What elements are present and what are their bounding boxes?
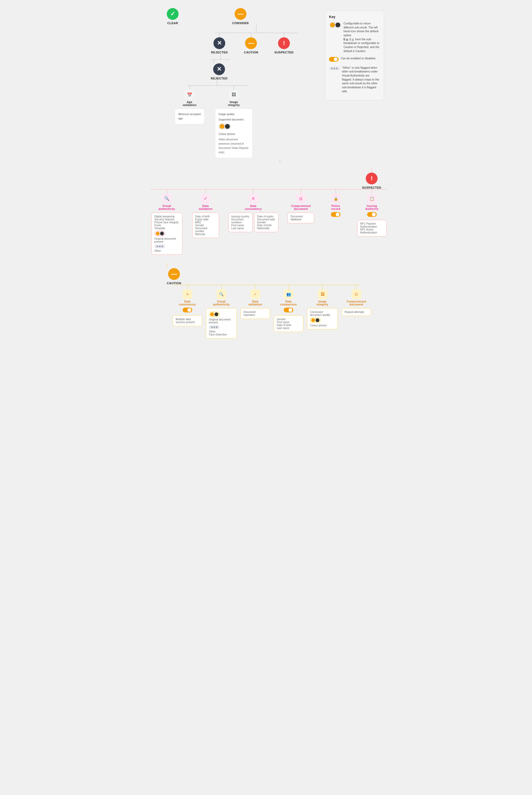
ii-item-1: Supported document (218, 117, 249, 122)
dc-4: Date of expiry (257, 215, 276, 218)
rejected1-icon: ✕ (213, 37, 225, 49)
caution-va-title: Visualauthenticity (213, 300, 230, 306)
consider-icon: — (235, 8, 246, 20)
line-to-cd (301, 189, 301, 194)
dv-3: Gender (195, 224, 216, 227)
line-to-dv (205, 189, 206, 194)
age-title: Agevalidation (183, 101, 196, 107)
caution-dc-title: Dataconsistency (179, 300, 196, 306)
line-to-suspected2 (372, 167, 372, 173)
caution-dcomp-switch (284, 308, 293, 313)
caution-cd-0: Repeat attempts (345, 310, 368, 313)
node-clear: ✓ CLEAR (167, 8, 178, 25)
line-caution-dv (255, 285, 255, 289)
line-caution-cd (356, 285, 357, 289)
ia-title: IssuingAuthority (365, 204, 379, 211)
caution-va-card: Original document present Other Face Det… (206, 308, 237, 339)
caution-ii-card: Conclusive document quality Colour pictu… (307, 308, 338, 329)
line-caution-dc (187, 285, 188, 289)
image-integrity-top-title: Imageintegrity (228, 101, 240, 107)
node-suspected2: ! SUSPECTED (362, 173, 381, 189)
dv-1: Expiry date (195, 218, 216, 221)
dc-card-2: Date of expiry Document type Gender Date… (254, 213, 278, 232)
va-icon: 🔍 (162, 194, 172, 203)
caution-va-dots (209, 325, 234, 329)
va-0: Digital tampering (154, 215, 179, 218)
dc-card-1: Issuing country Document numbers First n… (228, 213, 252, 232)
ii-toggle (218, 124, 249, 130)
line-rej2-down (217, 80, 217, 85)
caution-va-1: Other (209, 330, 234, 333)
rejected2-label: REJECTED (211, 77, 228, 80)
caution-dcomp-1: First name (277, 321, 300, 324)
dv-0: Date of birth (195, 215, 216, 218)
va-dots (154, 244, 179, 248)
caution-dv-0: Document expiration (244, 310, 267, 317)
dc-1: Document numbers (231, 218, 250, 224)
dc-2: First name (231, 224, 250, 227)
line-caution-va (221, 285, 222, 289)
suspected1-icon: ! (278, 37, 290, 49)
suspected2-label: SUSPECTED (362, 186, 381, 189)
caution2-icon: — (168, 268, 180, 280)
line-to-ia (372, 189, 372, 194)
dc-0: Issuing country (231, 215, 250, 218)
ia-1: NFC Active Authentication (360, 228, 384, 234)
caution-dcomp-3: Last name (277, 327, 300, 330)
dc-6: Gender (257, 221, 276, 224)
cd-icon: ⊡ (296, 194, 306, 203)
line-to-rejected1 (219, 33, 220, 37)
line-to-dc (253, 189, 253, 194)
cd-card: Document database (287, 213, 314, 223)
va-2: Picture face integrity (154, 221, 179, 224)
caution-va-icon: 🔍 (217, 289, 226, 299)
ia-card: NFC Passive Authentication NFC Active Au… (357, 220, 387, 236)
dot-separator (280, 161, 281, 162)
dv-icon: ✓ (201, 194, 210, 203)
va-1: Security features (154, 218, 179, 221)
node-suspected1: ! SUSPECTED (274, 37, 293, 54)
caution1-icon: — (245, 37, 257, 49)
ii-item-2: Colour picture (218, 131, 249, 137)
caution-cd-icon: ⊡ (352, 289, 361, 299)
pr-icon: 🔒 (331, 194, 341, 203)
line-to-img-integrity (234, 86, 234, 90)
diagram: ✓ CLEAR — CONSIDER ✕ REJECTED (151, 8, 387, 339)
caution-dcomp-2: Date of birth (277, 324, 300, 327)
dc-3: Last name (231, 227, 250, 230)
rejected1-label: REJECTED (211, 51, 228, 54)
ia-icon: 📋 (367, 194, 377, 203)
node-rejected2: ✕ REJECTED (211, 64, 228, 80)
caution-cd-card: Repeat attempts (342, 308, 371, 316)
ia-switch (367, 212, 377, 218)
dv-4: Document number (195, 227, 216, 233)
suspected1-label: SUSPECTED (274, 51, 293, 54)
caution-va-0: Original document present (209, 318, 234, 324)
caution-va-toggle (209, 312, 234, 317)
line-to-pr (336, 189, 336, 194)
dv-title: Datavalidation (199, 204, 213, 211)
image-integrity-top-icon: 🖼 (229, 90, 239, 100)
clear-label: CLEAR (167, 21, 178, 25)
line-caution-dcomp (288, 285, 289, 289)
consider-label: CONSIDER (232, 21, 249, 25)
line-to-caution1 (251, 33, 251, 37)
age-sub: Minimum accepted age (178, 112, 201, 121)
caution-dc-card: Multiple data sources present (173, 315, 202, 326)
caution-dc-sub: Multiple data sources present (176, 318, 199, 324)
node-age-validation: 📅 Agevalidation (183, 90, 196, 107)
pr-title: Policerecord (331, 204, 340, 211)
node-consider: — CONSIDER (232, 8, 249, 25)
dv-2: MRZ (195, 221, 216, 224)
dv-5: Barcode (195, 233, 216, 236)
pr-switch (331, 212, 341, 218)
dv-card: Date of birth Expiry date MRZ Gender Doc… (192, 213, 219, 238)
caution-va-2: Face Detection (209, 333, 234, 336)
age-card: Minimum accepted age (175, 109, 204, 124)
cd-title: Compromiseddocument (291, 204, 311, 211)
va-4: Template (154, 227, 179, 230)
line-caution-ii (322, 285, 323, 289)
va-3: Fonts (154, 224, 179, 227)
rejected2-icon: ✕ (213, 64, 225, 75)
dc-8: Nationality (257, 227, 276, 230)
